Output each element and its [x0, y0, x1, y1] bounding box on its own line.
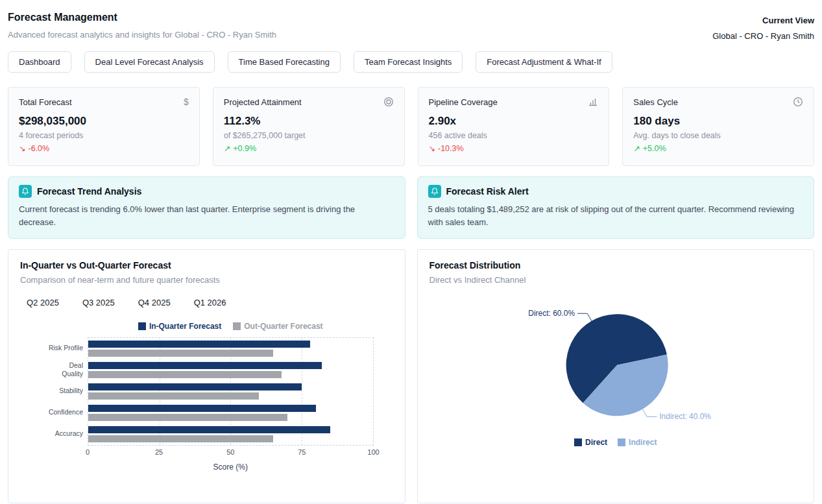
- legend-swatch-in-quarter: [138, 322, 146, 330]
- quarter-tab-q3-2025[interactable]: Q3 2025: [82, 294, 115, 311]
- kpi-head: Projected Attainment: [224, 97, 394, 107]
- chart-subtitle: Direct vs Indirect Channel: [429, 275, 803, 285]
- legend-swatch-direct: [574, 438, 582, 446]
- x-axis-title: Score (%): [88, 462, 374, 472]
- bar-in-quarter: [88, 426, 330, 433]
- kpi-subtext: 456 active deals: [429, 131, 599, 140]
- legend-label: Direct: [585, 438, 607, 447]
- bell-icon: [428, 185, 441, 198]
- forecast-distribution-card: Forecast Distribution Direct vs Indirect…: [417, 249, 815, 503]
- nav-tab-forecast-adjustment-what-if[interactable]: Forecast Adjustment & What-If: [476, 51, 612, 73]
- bar-plot-area: [88, 337, 374, 446]
- alert-title: Forecast Risk Alert: [446, 186, 529, 197]
- dollar-icon: $: [184, 97, 189, 107]
- x-tick: 100: [367, 448, 379, 456]
- nav-tab-time-based-forecasting[interactable]: Time Based Forecasting: [228, 51, 341, 73]
- kpi-delta: ↘ -6.0%: [19, 143, 189, 153]
- nav-tab-team-forecast-insights[interactable]: Team Forecast Insights: [354, 51, 463, 73]
- quarter-tab-q1-2026[interactable]: Q1 2026: [194, 294, 226, 311]
- current-view: Current View Global - CRO - Ryan Smith: [712, 12, 814, 41]
- kpi-title: Pipeline Coverage: [429, 97, 498, 107]
- kpi-delta-value: -6.0%: [28, 144, 49, 153]
- alert-forecast-risk: Forecast Risk Alert 5 deals totaling $1,…: [417, 176, 815, 239]
- kpi-subtext: Avg. days to close deals: [633, 131, 803, 140]
- nav-tab-dashboard[interactable]: Dashboard: [8, 51, 71, 73]
- header: Forecast Management Advanced forecast an…: [8, 12, 814, 41]
- kpi-delta: ↗ +0.9%: [224, 143, 394, 153]
- legend-item-out-quarter: Out-Quarter Forecast: [233, 322, 322, 331]
- kpi-head: Total Forecast $: [19, 97, 189, 107]
- alert-forecast-trend: Forecast Trend Analysis Current forecast…: [8, 176, 405, 239]
- y-axis-label: Confidence: [46, 402, 88, 423]
- pie-label-line: [642, 409, 657, 417]
- in-vs-out-quarter-card: In-Quarter vs Out-Quarter Forecast Compa…: [8, 249, 405, 503]
- kpi-card-pipeline-coverage: Pipeline Coverage 2.90x 456 active deals…: [418, 87, 610, 166]
- x-tick: 75: [298, 448, 306, 456]
- kpi-value: $298,035,000: [19, 115, 189, 128]
- bell-icon: [19, 185, 32, 198]
- pie-legend: Direct Indirect: [429, 438, 803, 447]
- kpi-title: Total Forecast: [19, 97, 72, 107]
- kpi-card-sales-cycle: Sales Cycle 180 days Avg. days to close …: [622, 87, 814, 166]
- kpi-value: 180 days: [633, 115, 803, 128]
- kpi-delta-value: +0.9%: [233, 144, 256, 153]
- legend-label: Out-Quarter Forecast: [244, 322, 322, 331]
- kpi-title: Projected Attainment: [224, 97, 302, 107]
- target-icon: [383, 97, 394, 107]
- kpi-subtext: 4 forecast periods: [19, 131, 189, 140]
- bar-out-quarter: [88, 392, 259, 400]
- kpi-subtext: of $265,275,000 target: [224, 131, 394, 140]
- alert-head: Forecast Risk Alert: [428, 185, 804, 198]
- y-axis-label: Risk Profile: [46, 337, 88, 359]
- bar-row: [88, 381, 373, 402]
- chart-title: In-Quarter vs Out-Quarter Forecast: [20, 260, 393, 270]
- legend-swatch-indirect: [618, 438, 625, 446]
- alert-grid: Forecast Trend Analysis Current forecast…: [8, 176, 814, 239]
- x-tick: 0: [86, 448, 90, 456]
- bar-row: [88, 424, 373, 445]
- y-axis-label: Stability: [46, 380, 88, 402]
- legend-item-direct: Direct: [574, 438, 607, 447]
- x-tick: 25: [155, 448, 163, 456]
- alert-head: Forecast Trend Analysis: [19, 185, 394, 198]
- page-subtitle: Advanced forecast analytics and insights…: [8, 30, 276, 40]
- kpi-value: 2.90x: [429, 115, 599, 128]
- pie-slice-label: Indirect: 40.0%: [659, 413, 711, 422]
- bar-in-quarter: [88, 362, 322, 369]
- chart-title: Forecast Distribution: [429, 260, 803, 270]
- kpi-card-total-forecast: Total Forecast $ $298,035,000 4 forecast…: [8, 87, 200, 166]
- chart-subtitle: Comparison of near-term and future quart…: [20, 275, 393, 285]
- y-axis: Risk ProfileDeal QualityStabilityConfide…: [46, 337, 88, 446]
- bar-in-quarter: [88, 341, 310, 348]
- kpi-card-projected-attainment: Projected Attainment 112.3% of $265,275,…: [213, 87, 405, 166]
- kpi-delta-value: -10.3%: [438, 144, 464, 153]
- trend-arrow-icon: ↗: [224, 143, 230, 153]
- bar-out-quarter: [88, 435, 273, 442]
- page-title: Forecast Management: [8, 12, 276, 23]
- kpi-grid: Total Forecast $ $298,035,000 4 forecast…: [8, 87, 814, 166]
- nav-tabs: DashboardDeal Level Forecast AnalysisTim…: [8, 51, 814, 73]
- quarter-tab-q2-2025[interactable]: Q2 2025: [27, 294, 59, 311]
- kpi-head: Sales Cycle: [633, 97, 803, 107]
- kpi-value: 112.3%: [224, 115, 394, 128]
- bar-row: [88, 359, 373, 381]
- alert-title: Forecast Trend Analysis: [37, 186, 141, 197]
- trend-arrow-icon: ↘: [429, 143, 435, 153]
- pie-label-line: [577, 314, 591, 322]
- pie-slice-label: Direct: 60.0%: [528, 309, 575, 318]
- nav-tab-deal-level-forecast-analysis[interactable]: Deal Level Forecast Analysis: [84, 51, 215, 73]
- kpi-delta-value: +5.0%: [643, 144, 666, 153]
- legend-label: In-Quarter Forecast: [149, 322, 221, 331]
- bar-in-quarter: [88, 405, 316, 412]
- current-view-value: Global - CRO - Ryan Smith: [712, 31, 814, 41]
- current-view-label: Current View: [712, 16, 814, 25]
- kpi-head: Pipeline Coverage: [429, 97, 599, 107]
- trend-arrow-icon: ↘: [19, 143, 25, 153]
- legend-label: Indirect: [629, 438, 657, 447]
- y-axis-label: Accuracy: [46, 423, 88, 444]
- bar-row: [88, 338, 373, 359]
- quarter-tab-q4-2025[interactable]: Q4 2025: [138, 294, 171, 311]
- legend-swatch-out-quarter: [233, 322, 241, 330]
- legend-item-in-quarter: In-Quarter Forecast: [138, 322, 221, 331]
- pie-chart: Direct: 60.0%Indirect: 40.0%: [429, 291, 803, 434]
